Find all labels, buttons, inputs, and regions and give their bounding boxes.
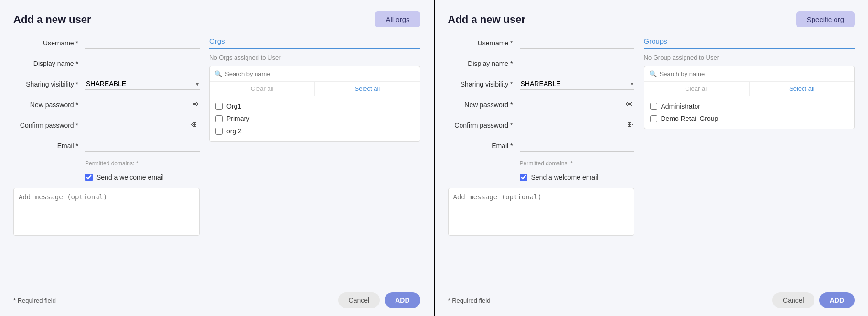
checkbox-administrator[interactable] <box>650 103 657 110</box>
list-item[interactable]: Administrator <box>650 100 849 112</box>
sharing-label-left: Sharing visibility * <box>13 80 85 88</box>
clear-all-button-left[interactable]: Clear all <box>210 82 315 96</box>
confirm-password-label-right: Confirm password * <box>448 121 520 129</box>
welcome-row-right: Send a welcome email <box>448 174 634 181</box>
search-input-left[interactable] <box>225 70 415 77</box>
tab-label-right[interactable]: Groups <box>644 37 667 45</box>
checkbox-primary[interactable] <box>215 115 223 122</box>
welcome-checkbox-right[interactable] <box>520 174 527 181</box>
password-wrapper-left: 👁 <box>85 98 200 110</box>
checkbox-org1-label: Org1 <box>226 102 241 110</box>
email-input-right[interactable] <box>520 140 634 152</box>
username-input-left[interactable] <box>85 37 200 49</box>
select-all-button-right[interactable]: Select all <box>750 82 854 96</box>
password-input-right[interactable] <box>520 98 634 110</box>
welcome-checkbox-left[interactable] <box>85 174 93 181</box>
list-item[interactable]: org 2 <box>215 125 414 137</box>
required-text-left: * Required field <box>13 297 56 304</box>
welcome-checkbox-wrapper-right: Send a welcome email <box>520 174 599 181</box>
checkbox-primary-label: Primary <box>226 115 249 122</box>
email-label-left: Email * <box>13 142 85 150</box>
clear-all-button-right[interactable]: Clear all <box>644 82 750 96</box>
search-actions-right: Clear all Select all <box>644 82 855 96</box>
tab-header-right: Groups <box>644 37 855 49</box>
welcome-row-left: Send a welcome email <box>13 174 200 181</box>
password-label-left: New password * <box>13 101 85 109</box>
displayname-input-left[interactable] <box>85 57 200 69</box>
eye-icon-password-right[interactable]: 👁 <box>626 100 633 109</box>
password-input-left[interactable] <box>85 98 200 110</box>
panel-left-header: Add a new user All orgs <box>13 11 420 27</box>
checkbox-list-right: Administrator Demo Retail Group <box>644 96 855 129</box>
eye-icon-confirm-left[interactable]: 👁 <box>191 121 199 130</box>
checkbox-demo-retail-group[interactable] <box>650 115 657 122</box>
displayname-input-right[interactable] <box>520 57 634 69</box>
form-right: Username * Display name * Sharing visibi… <box>448 37 634 287</box>
panel-left-footer: * Required field Cancel ADD <box>13 287 420 308</box>
search-icon-left: 🔍 <box>214 70 222 77</box>
sharing-select-wrapper-left: SHAREABLE ▾ <box>85 78 200 90</box>
scope-button-right[interactable]: Specific org <box>796 11 855 27</box>
no-assigned-right: No Group assigned to User <box>644 54 855 61</box>
panel-right-footer: * Required field Cancel ADD <box>448 287 855 308</box>
confirm-password-input-right[interactable] <box>520 119 634 131</box>
checkbox-org1[interactable] <box>215 103 223 110</box>
displayname-label-left: Display name * <box>13 60 85 67</box>
search-input-right[interactable] <box>660 70 850 77</box>
welcome-label-right: Send a welcome email <box>531 174 599 181</box>
list-item[interactable]: Primary <box>215 112 414 125</box>
welcome-label-left: Send a welcome email <box>96 174 164 181</box>
panel-left: Add a new user All orgs Username * Displ… <box>0 0 434 316</box>
sharing-select-left[interactable]: SHAREABLE <box>85 78 200 90</box>
confirm-password-wrapper-left: 👁 <box>85 119 200 131</box>
list-item[interactable]: Demo Retail Group <box>650 112 849 125</box>
displayname-label-right: Display name * <box>448 60 520 67</box>
cancel-button-left[interactable]: Cancel <box>338 292 380 308</box>
search-input-row-right: 🔍 <box>644 66 855 82</box>
email-row-right: Email * <box>448 140 634 152</box>
sharing-select-right[interactable]: SHAREABLE <box>520 78 634 90</box>
search-actions-left: Clear all Select all <box>210 82 420 96</box>
permitted-domains-right: Permitted domains: * <box>520 160 634 167</box>
panel-right-title: Add a new user <box>448 13 526 26</box>
checkbox-list-left: Org1 Primary org 2 <box>210 96 420 141</box>
search-box-left: 🔍 Clear all Select all Org1 Primary <box>209 66 420 142</box>
required-text-right: * Required field <box>448 297 491 304</box>
confirm-password-input-left[interactable] <box>85 119 200 131</box>
right-section-right: Groups No Group assigned to User 🔍 Clear… <box>644 37 855 287</box>
scope-button-left[interactable]: All orgs <box>375 11 420 27</box>
cancel-button-right[interactable]: Cancel <box>772 292 814 308</box>
search-input-row-left: 🔍 <box>210 66 420 82</box>
list-item[interactable]: Org1 <box>215 100 414 112</box>
panel-left-body: Username * Display name * Sharing visibi… <box>13 37 420 287</box>
panel-right: Add a new user Specific org Username * D… <box>435 0 868 316</box>
no-assigned-left: No Orgs assigned to User <box>209 54 420 61</box>
username-input-right[interactable] <box>520 37 634 49</box>
confirm-password-label-left: Confirm password * <box>13 121 85 129</box>
footer-buttons-right: Cancel ADD <box>772 292 855 308</box>
tab-label-left[interactable]: Orgs <box>209 37 225 45</box>
search-box-right: 🔍 Clear all Select all Administrator Dem… <box>644 66 855 129</box>
checkbox-demo-retail-group-label: Demo Retail Group <box>661 115 718 122</box>
message-textarea-left[interactable] <box>13 188 200 236</box>
username-row-left: Username * <box>13 37 200 49</box>
displayname-row-right: Display name * <box>448 57 634 69</box>
add-button-left[interactable]: ADD <box>385 292 420 308</box>
username-row-right: Username * <box>448 37 634 49</box>
select-all-button-left[interactable]: Select all <box>315 82 419 96</box>
message-textarea-right[interactable] <box>448 188 634 236</box>
eye-icon-password-left[interactable]: 👁 <box>191 100 199 109</box>
add-button-right[interactable]: ADD <box>819 292 855 308</box>
password-row-right: New password * 👁 <box>448 98 634 110</box>
checkbox-org2[interactable] <box>215 128 223 135</box>
confirm-password-row-right: Confirm password * 👁 <box>448 119 634 131</box>
welcome-checkbox-wrapper-left: Send a welcome email <box>85 174 164 181</box>
sharing-row-left: Sharing visibility * SHAREABLE ▾ <box>13 78 200 90</box>
sharing-label-right: Sharing visibility * <box>448 80 520 88</box>
password-label-right: New password * <box>448 101 520 109</box>
email-input-left[interactable] <box>85 140 200 152</box>
confirm-password-wrapper-right: 👁 <box>520 119 634 131</box>
eye-icon-confirm-right[interactable]: 👁 <box>626 121 633 130</box>
password-row-left: New password * 👁 <box>13 98 200 110</box>
password-wrapper-right: 👁 <box>520 98 634 110</box>
